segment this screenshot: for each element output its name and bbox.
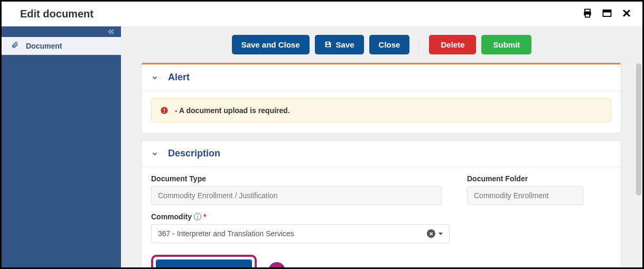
svg-rect-2 (585, 14, 590, 17)
required-indicator: * (203, 212, 206, 221)
button-label: Submit (493, 40, 520, 49)
button-label: Close (379, 40, 400, 49)
manage-documents-button[interactable]: Manage Documents (156, 259, 252, 267)
save-button[interactable]: Save (315, 35, 364, 54)
label-text: Commodity (151, 212, 192, 221)
button-label: Save and Close (241, 40, 300, 49)
commodity-label: Commodity i * (151, 212, 611, 221)
doc-type-field: Commodity Enrollment / Justification (151, 186, 442, 205)
description-card: Description Document Type Commodity Enro… (141, 140, 621, 267)
paperclip-icon (11, 41, 18, 51)
dropdown-caret-icon[interactable] (438, 233, 443, 235)
scrollbar-thumb[interactable] (636, 63, 641, 196)
section-title: Description (168, 148, 220, 159)
sidebar-item-document[interactable]: Document (2, 37, 121, 55)
error-icon (160, 106, 169, 115)
section-title: Alert (168, 72, 190, 83)
dialog-header: Edit document (2, 2, 642, 26)
print-icon[interactable] (582, 8, 593, 21)
save-and-close-button[interactable]: Save and Close (232, 35, 310, 54)
description-card-header[interactable]: Description (142, 141, 621, 167)
alert-text: - A document upload is required. (175, 106, 290, 115)
save-icon (324, 41, 332, 48)
button-label: Manage Documents (166, 266, 241, 267)
submit-button[interactable]: Submit (481, 35, 531, 54)
alert-message-box: - A document upload is required. (151, 98, 611, 123)
scrollbar[interactable] (635, 26, 642, 267)
content-area: Save and Close Save Close Delete Submit (121, 26, 642, 267)
svg-rect-0 (585, 9, 590, 12)
delete-button[interactable]: Delete (429, 35, 476, 54)
page-title: Edit document (20, 8, 94, 20)
chevron-down-icon (151, 150, 158, 157)
button-label: Save (336, 40, 354, 49)
doc-type-label: Document Type (151, 174, 442, 183)
svg-point-9 (164, 112, 165, 113)
header-actions (582, 8, 632, 21)
close-button[interactable]: Close (369, 35, 410, 54)
toolbar-divider (419, 37, 419, 52)
toolbar: Save and Close Save Close Delete Submit (121, 26, 642, 62)
chevron-down-icon (151, 74, 158, 81)
sidebar: Document (2, 26, 121, 267)
field-value: 367 - Interpreter and Translation Servic… (158, 229, 294, 238)
chevron-left-double-icon (107, 29, 115, 35)
svg-rect-4 (603, 10, 611, 13)
alert-card-header[interactable]: Alert (142, 64, 621, 91)
sidebar-background (2, 55, 121, 267)
sidebar-collapse-button[interactable] (2, 26, 121, 37)
clear-icon[interactable]: ✕ (427, 229, 435, 238)
commodity-select[interactable]: 367 - Interpreter and Translation Servic… (151, 224, 450, 243)
maximize-icon[interactable] (602, 8, 612, 20)
field-value: Commodity Enrollment / Justification (158, 191, 277, 200)
step-badge: 12 (268, 262, 285, 268)
alert-card: Alert - A document upload is required. (141, 62, 621, 134)
doc-folder-label: Document Folder (467, 174, 583, 183)
button-label: Delete (441, 40, 464, 49)
field-value: Commodity Enrollment (474, 191, 549, 200)
info-icon[interactable]: i (194, 213, 201, 220)
sidebar-item-label: Document (26, 42, 62, 50)
close-icon[interactable] (621, 8, 632, 21)
highlight-annotation: Manage Documents (151, 255, 257, 267)
doc-folder-field: Commodity Enrollment (467, 186, 583, 205)
